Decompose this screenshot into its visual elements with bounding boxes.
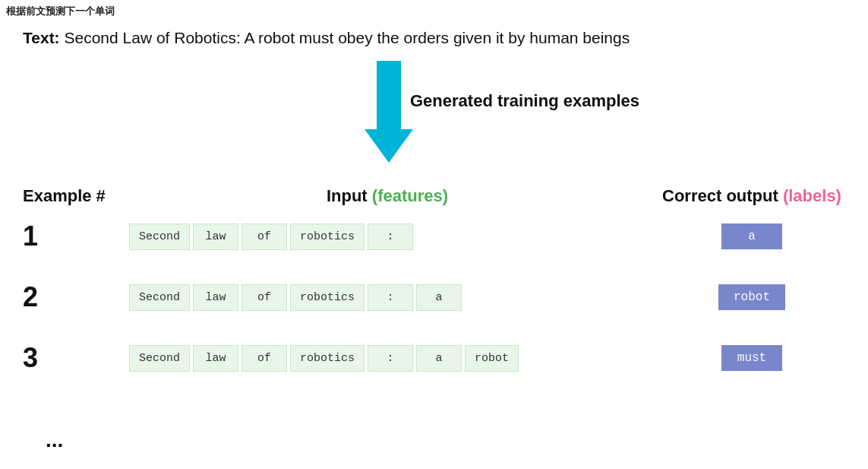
labels-label: (labels) — [783, 186, 841, 205]
example-input: Secondlawofrobotics:arobot — [129, 345, 645, 372]
example-output-container: robot — [645, 284, 858, 310]
word-box: Second — [129, 345, 190, 372]
page-title-bar: 根据前文预测下一个单词 — [6, 5, 115, 18]
col-header-input: Input (features) — [129, 186, 645, 206]
output-prefix: Correct output — [662, 186, 783, 205]
input-prefix: Input — [327, 186, 372, 205]
word-box: robotics — [290, 284, 365, 311]
text-content: Second Law of Robotics: A robot must obe… — [60, 29, 630, 46]
word-box: robotics — [290, 223, 365, 250]
example-output-container: must — [645, 345, 858, 371]
example-row: 2Secondlawofrobotics:arobot — [23, 281, 858, 313]
word-box: Second — [129, 284, 190, 311]
word-box: a — [416, 345, 462, 372]
text-label-bold: Text: — [23, 29, 60, 46]
col-header-example: Example # — [23, 186, 129, 206]
word-box: of — [241, 345, 287, 372]
arrow-head — [365, 129, 413, 163]
output-box: must — [721, 345, 782, 371]
word-box: law — [193, 284, 238, 311]
features-label: (features) — [372, 186, 448, 205]
title-text: 根据前文预测下一个单词 — [6, 5, 115, 17]
example-row: 3Secondlawofrobotics:arobotmust — [23, 342, 858, 374]
down-arrow — [365, 61, 413, 163]
col-header-output: Correct output (labels) — [645, 186, 858, 206]
word-box: : — [368, 284, 413, 311]
ellipsis: ... — [46, 428, 63, 452]
arrow-shaft — [377, 61, 401, 129]
example-input: Secondlawofrobotics: — [129, 223, 645, 250]
column-headers: Example # Input (features) Correct outpu… — [23, 186, 858, 206]
example-number: 1 — [23, 220, 129, 252]
word-box: : — [368, 345, 413, 372]
main-text-line: Text: Second Law of Robotics: A robot mu… — [23, 29, 630, 47]
example-number: 3 — [23, 342, 129, 374]
example-number: 2 — [23, 281, 129, 313]
examples-container: 1Secondlawofrobotics:a2Secondlawofroboti… — [23, 220, 858, 403]
output-box: a — [721, 223, 782, 249]
output-box: robot — [718, 284, 785, 310]
example-output-container: a — [645, 223, 858, 249]
word-box: robot — [465, 345, 519, 372]
generated-label: Generated training examples — [410, 91, 639, 111]
example-input: Secondlawofrobotics:a — [129, 284, 645, 311]
word-box: of — [241, 284, 287, 311]
word-box: law — [193, 345, 238, 372]
word-box: law — [193, 223, 238, 250]
word-box: : — [368, 223, 413, 250]
word-box: Second — [129, 223, 190, 250]
example-row: 1Secondlawofrobotics:a — [23, 220, 858, 252]
word-box: robotics — [290, 345, 365, 372]
word-box: a — [416, 284, 462, 311]
word-box: of — [241, 223, 287, 250]
